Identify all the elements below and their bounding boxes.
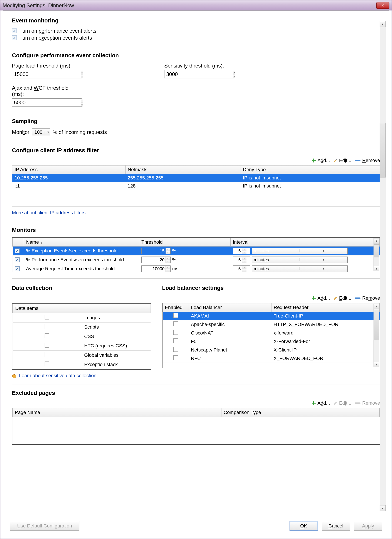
monitor-percent-combo[interactable]: 100 ▼ (32, 129, 50, 136)
title-bar[interactable]: Modifying Settings: DinnerNow (0, 0, 392, 10)
table-row[interactable]: 10.255.255.255255.255.255.255IP is not i… (12, 174, 380, 182)
page-load-spinner[interactable]: ▲▼ (12, 70, 82, 78)
threshold-spinner[interactable]: ▲▼ (142, 256, 170, 263)
item-checkbox[interactable] (45, 352, 49, 357)
ajax-input[interactable] (12, 99, 81, 106)
ok-button[interactable]: OK (289, 521, 318, 531)
enabled-checkbox[interactable] (173, 356, 178, 360)
table-row[interactable]: Cisco/NATx-forward (163, 329, 380, 337)
col-check[interactable] (13, 238, 24, 246)
monitors-grid[interactable]: Name▲ Threshold Interval % Exception Eve… (12, 237, 380, 272)
close-button[interactable] (376, 2, 389, 9)
excluded-table-box[interactable]: Page Name Comparison Type (12, 408, 380, 445)
ip-edit-button[interactable]: Edit... (333, 158, 351, 163)
interval-spinner[interactable]: ▲▼ (233, 256, 250, 263)
spin-up-icon[interactable]: ▲ (81, 99, 83, 103)
ajax-spinner[interactable]: ▲▼ (12, 98, 82, 107)
enabled-checkbox[interactable] (173, 330, 178, 335)
enabled-checkbox[interactable] (173, 313, 178, 318)
table-row[interactable]: % Exception Events/sec exceeds threshold… (13, 246, 380, 255)
monitors-scrollbar[interactable]: ▲ ▼ (373, 238, 379, 271)
col-mask[interactable]: Netmask (126, 165, 241, 174)
interval-spinner[interactable]: ▲▼ (233, 265, 250, 272)
list-item[interactable]: Scripts (13, 322, 151, 332)
ex-remove-button[interactable]: Remove (354, 400, 380, 406)
interval-spinner[interactable]: ▲▼ (233, 248, 250, 254)
lb-scrollbar[interactable]: ▲ ▼ (373, 303, 379, 367)
lb-table[interactable]: Enabled Load Balancer Request Header AKA… (162, 303, 380, 363)
row-checkbox[interactable] (15, 249, 19, 253)
item-checkbox[interactable] (45, 333, 49, 338)
scroll-up-icon[interactable]: ▲ (380, 21, 386, 27)
scroll-thumb[interactable] (380, 123, 386, 178)
datacol-learn-link[interactable]: Learn about sensitive data collection (19, 373, 96, 378)
scroll-thumb[interactable] (374, 310, 379, 340)
table-row[interactable]: Average Request Time exceeds threshold ▲… (13, 264, 380, 273)
scroll-down-icon[interactable]: ▼ (380, 505, 386, 511)
item-checkbox[interactable] (45, 324, 49, 329)
perf-alerts-checkbox[interactable] (12, 29, 17, 33)
col-threshold[interactable]: Threshold (139, 238, 231, 246)
col-cmp[interactable]: Comparison Type (222, 408, 380, 417)
enabled-checkbox[interactable] (173, 347, 178, 352)
ex-add-button[interactable]: Add... (311, 400, 330, 406)
col-ip[interactable]: IP Address (12, 165, 126, 174)
row-checkbox[interactable] (15, 266, 19, 271)
spin-up-icon[interactable]: ▲ (233, 70, 235, 74)
spin-up-icon[interactable]: ▲ (81, 70, 83, 74)
item-checkbox[interactable] (45, 361, 49, 366)
lb-remove-button[interactable]: Remove (354, 295, 380, 301)
col-data-items[interactable]: Data Items (13, 304, 151, 313)
cancel-button[interactable]: Cancel (322, 521, 350, 531)
threshold-spinner[interactable]: ▲▼ (142, 248, 170, 254)
data-items-table[interactable]: Data Items ImagesScriptsCSSHTC (requires… (12, 303, 151, 369)
interval-unit-combo[interactable]: minutes▼ (252, 256, 348, 263)
lb-edit-button[interactable]: Edit... (333, 295, 351, 301)
ip-filter-table[interactable]: IP Address Netmask Deny Type 10.255.255.… (12, 165, 380, 207)
list-item[interactable]: Exception stack (13, 360, 151, 369)
list-item[interactable]: CSS (13, 332, 151, 341)
table-row[interactable]: Netscape/iPlanetX-Client-IP (163, 346, 380, 354)
threshold-spinner[interactable]: ▲▼ (142, 265, 170, 272)
table-row[interactable]: ::1128IP is not in subnet (12, 182, 380, 190)
table-row[interactable]: RFCX_FORWARDED_FOR (163, 354, 380, 363)
page-load-input[interactable] (12, 70, 81, 78)
scroll-down-icon[interactable]: ▼ (374, 266, 379, 271)
sensitivity-input[interactable] (165, 70, 233, 78)
use-default-button[interactable]: Use Default Configuration (10, 521, 79, 531)
table-row[interactable]: AKAMAITrue-Client-IP (163, 312, 380, 320)
exc-alerts-checkbox[interactable] (12, 35, 17, 40)
table-row[interactable]: F5X-Forwarded-For (163, 337, 380, 346)
col-interval[interactable]: Interval (231, 238, 380, 246)
item-checkbox[interactable] (45, 315, 49, 319)
scroll-up-icon[interactable]: ▲ (374, 303, 379, 309)
col-enabled[interactable]: Enabled (163, 303, 189, 312)
scroll-thumb[interactable] (374, 244, 379, 257)
col-deny[interactable]: Deny Type (241, 165, 380, 174)
col-name[interactable]: Name▲ (24, 238, 139, 246)
row-checkbox[interactable] (15, 257, 19, 262)
ipfilter-help-link[interactable]: More about client IP address filters (12, 210, 85, 215)
list-item[interactable]: Images (13, 313, 151, 322)
col-lb[interactable]: Load Balancer (189, 303, 271, 312)
col-header[interactable]: Request Header (271, 303, 380, 312)
page-scrollbar[interactable]: ▲ ▼ (380, 21, 386, 511)
lb-add-button[interactable]: Add... (311, 295, 330, 301)
sensitivity-spinner[interactable]: ▲▼ (164, 70, 234, 78)
ip-add-button[interactable]: Add... (311, 158, 330, 163)
monitors-table[interactable]: Name▲ Threshold Interval % Exception Eve… (12, 238, 380, 273)
ex-edit-button[interactable]: Edit... (333, 400, 351, 406)
table-row[interactable]: Apache-specificHTTP_X_FORWARDED_FOR (163, 320, 380, 329)
spin-down-icon[interactable]: ▼ (81, 74, 83, 78)
enabled-checkbox[interactable] (173, 322, 178, 326)
col-page[interactable]: Page Name (13, 408, 222, 417)
ip-remove-button[interactable]: Remove (354, 158, 380, 163)
lb-grid[interactable]: Enabled Load Balancer Request Header AKA… (162, 303, 380, 368)
scroll-down-icon[interactable]: ▼ (374, 362, 379, 367)
apply-button[interactable]: Apply (354, 521, 382, 531)
item-checkbox[interactable] (45, 343, 49, 348)
table-row[interactable]: % Performance Events/sec exceeds thresho… (13, 255, 380, 264)
scroll-up-icon[interactable]: ▲ (374, 238, 379, 243)
interval-unit-combo[interactable]: minutes▼ (252, 248, 348, 254)
spin-down-icon[interactable]: ▼ (233, 74, 235, 78)
